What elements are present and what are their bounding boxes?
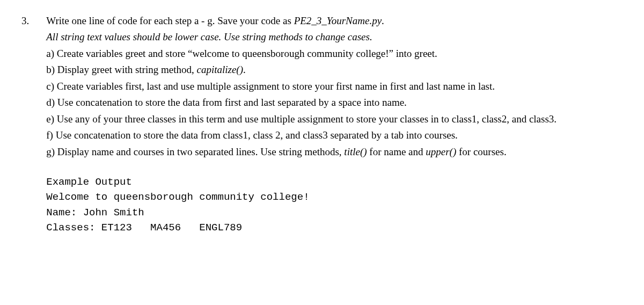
step-b-end: . (243, 64, 246, 75)
step-b-text: b) Display greet with string method, (46, 64, 196, 75)
filename-italic: PE2_3_YourName.py (294, 15, 382, 26)
step-d: d) Use concatenation to store the data f… (46, 95, 623, 110)
step-g-method-1: title() (344, 146, 367, 157)
step-g: g) Display name and courses in two separ… (46, 144, 623, 159)
instruction-text: Write one line of code for each step a -… (46, 15, 294, 26)
instruction-line-2: All string text values should be lower c… (46, 29, 623, 45)
question-content: Write one line of code for each step a -… (46, 13, 623, 236)
example-line-2: Name: John Smith (46, 205, 623, 221)
step-b-method: capitalize() (196, 64, 243, 75)
example-output: Example OutputWelcome to queensborough c… (46, 175, 623, 236)
step-g-text-1: g) Display name and courses in two separ… (46, 146, 344, 157)
example-line-3: Classes: ET123 MA456 ENGL789 (46, 220, 623, 236)
instruction-line-1: Write one line of code for each step a -… (46, 13, 623, 28)
step-g-text-3: for courses. (456, 146, 506, 157)
example-header: Example Output (46, 175, 623, 190)
step-e: e) Use any of your three classes in this… (46, 111, 623, 127)
question-number: 3. (21, 13, 29, 28)
example-line-1: Welcome to queensborough community colle… (46, 190, 623, 205)
instruction-text-end: . (382, 15, 384, 26)
step-g-text-2: for name and (367, 146, 426, 157)
step-f: f) Use concatenation to store the data f… (46, 127, 623, 143)
step-b: b) Display greet with string method, cap… (46, 62, 623, 77)
step-a: a) Create variables greet and store “wel… (46, 46, 623, 61)
step-g-method-2: upper() (426, 146, 456, 157)
step-c: c) Create variables first, last and use … (46, 78, 623, 94)
